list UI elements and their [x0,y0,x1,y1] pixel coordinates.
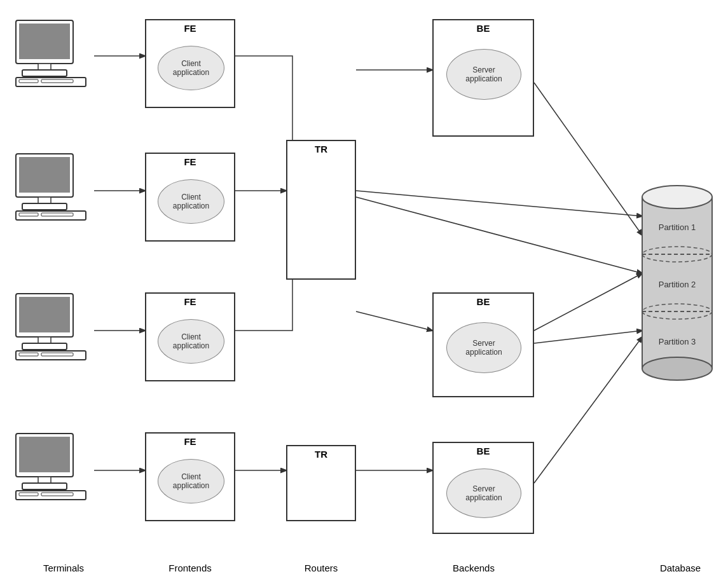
svg-line-10 [534,331,642,343]
fe-label-1: FE [184,23,196,34]
fe-label-3: FE [184,296,196,307]
database-cylinder: Partition 1 Partition 2 Partition 3 [639,178,715,384]
svg-rect-41 [19,493,38,496]
arrows-overlay [0,0,728,581]
svg-rect-31 [38,337,51,343]
svg-text:Partition 3: Partition 3 [659,337,696,346]
client-app-oval-3: Clientapplication [158,319,224,364]
be-label-3: BE [477,296,490,307]
svg-line-8 [356,311,432,331]
be-box-1: BE Serverapplication [432,19,534,137]
svg-rect-16 [19,24,70,59]
svg-point-49 [642,357,712,380]
svg-text:Partition 2: Partition 2 [659,280,696,289]
svg-text:Partition 1: Partition 1 [659,222,696,232]
svg-rect-28 [41,213,73,216]
label-routers: Routers [273,563,369,573]
tr-label-4: TR [315,449,327,460]
svg-rect-27 [19,213,38,216]
client-app-oval-4: Clientapplication [158,459,224,503]
tr-label-main: TR [315,144,327,154]
label-frontends: Frontends [145,563,235,573]
svg-rect-17 [38,64,51,70]
fe-label-2: FE [184,156,196,167]
client-app-oval-2: Clientapplication [158,179,224,224]
svg-rect-18 [22,70,67,76]
svg-rect-20 [19,79,38,83]
svg-rect-37 [19,437,70,472]
svg-line-5 [356,191,642,216]
terminal-3 [13,292,89,365]
svg-rect-35 [41,353,73,356]
svg-rect-24 [38,197,51,203]
tr-box-4: TR [286,445,356,521]
svg-line-2 [534,83,642,235]
diagram: FE Clientapplication FE Clientapplicatio… [0,0,728,581]
server-app-oval-4: Serverapplication [446,468,521,518]
svg-rect-23 [19,157,70,193]
fe-box-4: FE Clientapplication [145,432,235,521]
server-app-oval-3: Serverapplication [446,322,521,373]
svg-rect-30 [19,297,70,332]
label-backends: Backends [420,563,528,573]
fe-box-2: FE Clientapplication [145,153,235,242]
svg-line-9 [534,273,642,331]
terminal-4 [13,432,89,505]
svg-line-6 [356,197,642,273]
label-database: Database [639,563,722,573]
label-terminals: Terminals [19,563,108,573]
be-label-1: BE [477,23,490,34]
svg-rect-39 [22,483,67,489]
svg-point-44 [642,186,712,208]
fe-label-4: FE [184,436,196,447]
fe-box-3: FE Clientapplication [145,292,235,381]
server-app-oval-1: Serverapplication [446,49,521,100]
terminal-2 [13,153,89,225]
svg-line-14 [534,337,642,483]
svg-rect-21 [41,79,73,83]
client-app-oval-1: Clientapplication [158,46,224,90]
svg-rect-42 [41,493,73,496]
be-label-4: BE [477,446,490,456]
svg-rect-38 [38,477,51,483]
svg-rect-34 [19,353,38,356]
tr-box-main: TR [286,140,356,280]
svg-rect-32 [22,343,67,350]
be-box-4: BE Serverapplication [432,442,534,534]
terminal-1 [13,19,89,92]
be-box-3: BE Serverapplication [432,292,534,397]
svg-rect-25 [22,203,67,210]
fe-box-1: FE Clientapplication [145,19,235,108]
